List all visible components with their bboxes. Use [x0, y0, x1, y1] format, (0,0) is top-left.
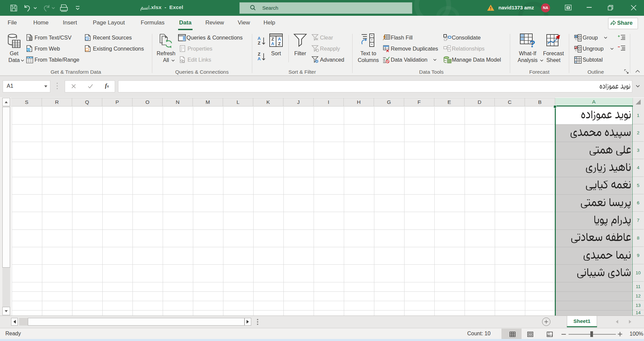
svg-text:A: A: [271, 41, 274, 46]
svg-text:A: A: [278, 37, 281, 42]
svg-text:Z: Z: [271, 37, 274, 42]
svg-text:Z: Z: [278, 41, 281, 46]
svg-text:?: ?: [529, 38, 535, 48]
